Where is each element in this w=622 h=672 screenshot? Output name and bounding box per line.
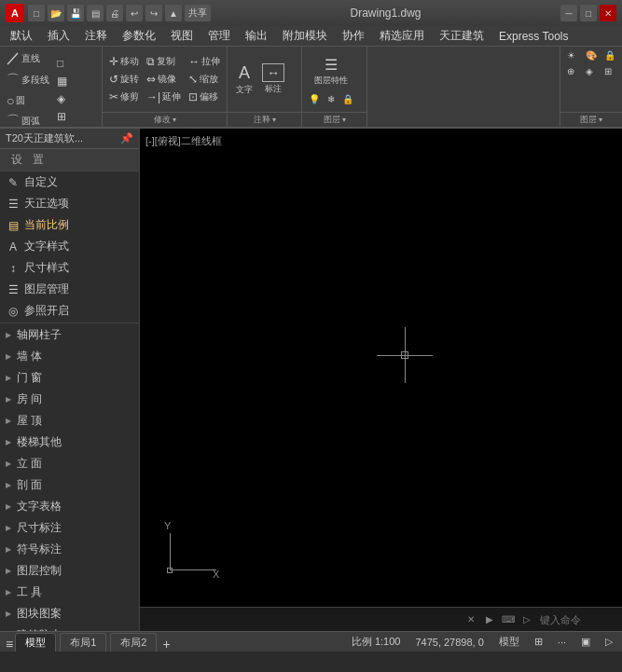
sidebar-item-room[interactable]: ▶ 房 间 [0,389,139,410]
add-layout-button[interactable]: + [162,637,170,651]
lock-icon[interactable]: 🔒 [601,48,618,62]
sidebar-item-texttable[interactable]: ▶ 文字表格 [0,496,139,517]
extend-button[interactable]: →| 延伸 [144,89,184,105]
sidebar-item-options[interactable]: ☰ 天正选项 [0,193,139,214]
tab-layout2[interactable]: 布局2 [110,633,157,651]
cmd-icon-arrow[interactable]: ▷ [519,612,534,627]
menu-insert[interactable]: 插入 [41,26,76,46]
copy-button[interactable]: ⧉ 复制 [144,53,184,70]
sidebar-item-tools[interactable]: ▶ 工 具 [0,582,139,603]
sidebar-item-custom[interactable]: ✎ 自定义 [0,171,139,193]
sidebar-item-elev[interactable]: ▶ 立 面 [0,453,139,474]
scale-icon: ▤ [6,219,21,232]
cmd-icon-1[interactable]: ✕ [463,612,478,627]
share-button[interactable]: 共享 [185,5,211,21]
viewport-button[interactable]: ▣ [577,635,594,649]
circle-button[interactable]: ○ 圆 [4,91,52,110]
expand-button[interactable]: ▷ [601,635,616,649]
menu-view[interactable]: 视图 [164,26,200,46]
publish-button[interactable]: ▲ [165,5,182,21]
mirror-button[interactable]: ⇔ 镜像 [144,71,184,88]
scale-button[interactable]: ⤡ 缩放 [186,71,223,88]
sidebar-item-section[interactable]: ▶ 剖 面 [0,474,139,496]
command-input[interactable] [540,614,615,625]
minimize-button[interactable]: ─ [560,5,577,21]
model-mode-button[interactable]: 模型 [495,634,523,650]
grid-toggle[interactable]: ⊞ [531,635,546,649]
menu-icon[interactable]: ≡ [6,637,13,651]
region-button[interactable]: ◈ [54,90,70,107]
sidebar-item-roof[interactable]: ▶ 屋 顶 [0,410,139,432]
layer-lock-button[interactable]: 🔒 [339,92,356,106]
open-button[interactable]: 📂 [48,5,64,21]
sidebar-item-dimstyle[interactable]: ↕ 尺寸样式 [0,257,139,279]
sidebar-item-blockpat[interactable]: ▶ 图块图案 [0,603,139,624]
arc-button[interactable]: ⌒ 圆弧 [4,111,52,129]
trim-button[interactable]: ✂ 修剪 [106,89,142,105]
sidebar-item-wall[interactable]: ▶ 墙 体 [0,346,139,367]
line-button[interactable]: ／ 直线 [4,48,52,69]
sidebar-item-refopen[interactable]: ◎ 参照开启 [0,300,139,322]
menu-output[interactable]: 输出 [239,26,274,46]
text-button[interactable]: A 文字 [231,62,257,98]
maximize-button[interactable]: □ [580,5,597,21]
sidebar-item-scale[interactable]: ▤ 当前比例 [0,214,139,236]
view3d-icon[interactable]: ◈ [583,64,600,78]
menu-featured[interactable]: 精选应用 [373,26,431,46]
menu-addons[interactable]: 附加模块 [276,26,334,46]
hatch-button[interactable]: ▦ [54,73,70,89]
more-options[interactable]: ··· [554,636,570,649]
menu-collab[interactable]: 协作 [336,26,371,46]
sidebar-item-layerctl[interactable]: ▶ 图层控制 [0,560,139,582]
menu-manage[interactable]: 管理 [201,26,237,46]
layer-props-button[interactable]: ☰ 图层特性 [311,53,351,90]
sun-icon[interactable]: ☀ [564,48,581,62]
sidebar-item-axiscol[interactable]: ▶ 轴网柱子 [0,324,139,346]
rotate-button[interactable]: ↺ 旋转 [106,71,142,88]
sidebar-item-fireproof[interactable]: ▶ 建筑防火 [0,624,139,631]
grid-icon[interactable]: ⊞ [601,64,618,78]
axiscol-arrow: ▶ [6,331,11,339]
doorwin-arrow: ▶ [6,374,11,382]
table-button[interactable]: ⊞ [54,108,70,125]
layer-group-label: 图层 ▾ [302,112,366,127]
nav-icon[interactable]: ⊕ [564,64,581,78]
layer-on-button[interactable]: 💡 [306,92,323,106]
layerctl-arrow: ▶ [6,567,11,575]
save-as-button[interactable]: ▤ [87,5,104,21]
print-button[interactable]: 🖨 [106,5,123,21]
sidebar-item-stair[interactable]: ▶ 楼梯其他 [0,432,139,453]
close-button[interactable]: ✕ [600,5,616,21]
move-button[interactable]: ✛ 移动 [106,53,142,70]
new-button[interactable]: □ [28,5,45,21]
rectangle-button[interactable]: □ [54,55,70,72]
offset-button[interactable]: ⊡ 偏移 [186,89,223,105]
stretch-button[interactable]: ↔ 拉伸 [186,53,223,70]
palette-icon[interactable]: 🎨 [583,48,600,62]
x-axis-label: X [213,569,219,580]
x-axis [170,569,216,570]
sidebar-item-dimlabel[interactable]: ▶ 尺寸标注 [0,517,139,539]
cmd-icon-keyboard[interactable]: ⌨ [501,612,516,627]
dimension-button[interactable]: ↔ 标注 [259,62,287,97]
menu-tianzheng[interactable]: 天正建筑 [433,26,491,46]
menu-default[interactable]: 默认 [4,26,39,46]
tab-layout1[interactable]: 布局1 [60,633,106,651]
layer-freeze-button[interactable]: ❄ [325,92,338,106]
canvas-area[interactable]: [-][俯视]二维线框 Y X ✕ ▶ ⌨ ▷ [140,129,622,631]
scale-button[interactable]: 比例 1:100 [348,634,405,650]
sidebar-item-doorwin[interactable]: ▶ 门 窗 [0,367,139,389]
menu-express-tools[interactable]: Express Tools [492,28,574,45]
sidebar-item-symlabel[interactable]: ▶ 符号标注 [0,539,139,560]
sidebar-item-layermgr[interactable]: ☰ 图层管理 [0,279,139,300]
polyline-button[interactable]: ⌒ 多段线 [4,70,52,90]
undo-button[interactable]: ↩ [126,5,143,21]
sidebar-pin-icon[interactable]: 📌 [120,132,133,144]
menu-annotation[interactable]: 注释 [78,26,114,46]
save-button[interactable]: 💾 [67,5,84,21]
cmd-icon-2[interactable]: ▶ [482,612,497,627]
tab-model[interactable]: 模型 [15,633,56,651]
menu-parametric[interactable]: 参数化 [116,26,162,46]
sidebar-item-textstyle[interactable]: A 文字样式 [0,236,139,257]
redo-button[interactable]: ↪ [145,5,162,21]
